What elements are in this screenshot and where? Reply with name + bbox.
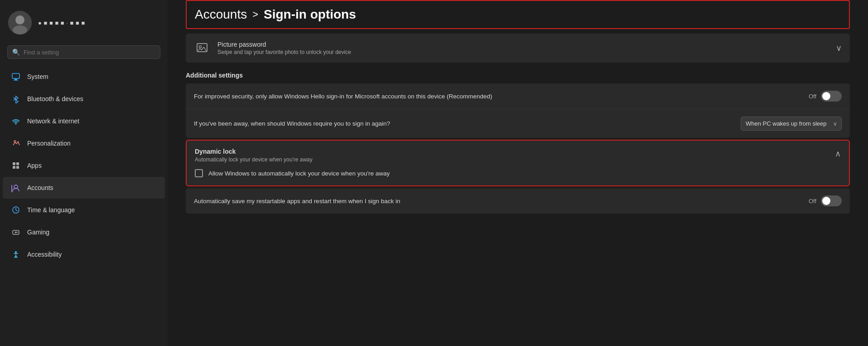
dynamic-lock-title: Dynamic lock: [195, 148, 313, 155]
user-profile: ● ■ ■ ■ ■ · ■ ■ ■: [0, 5, 168, 41]
auto-save-text: Automatically save my restartable apps a…: [194, 198, 400, 205]
sidebar-item-network[interactable]: Network & internet: [3, 110, 165, 132]
dynamic-lock-subtitle: Automatically lock your device when you'…: [195, 156, 313, 163]
svg-point-19: [199, 46, 202, 48]
dynamic-lock-header: Dynamic lock Automatically lock your dev…: [187, 141, 849, 165]
auto-save-row: Automatically save my restartable apps a…: [186, 188, 850, 214]
svg-point-6: [15, 123, 17, 125]
svg-rect-9: [16, 162, 19, 165]
apps-icon: [11, 161, 21, 171]
dynamic-lock-body: Allow Windows to automatically lock your…: [187, 165, 849, 185]
search-box[interactable]: 🔍: [7, 45, 160, 59]
svg-point-2: [13, 25, 27, 34]
svg-rect-3: [12, 73, 19, 78]
breadcrumb-parent[interactable]: Accounts: [195, 7, 247, 22]
time-icon: [11, 205, 21, 215]
auto-save-control: Off: [809, 195, 842, 206]
hello-toggle-text: For improved security, only allow Window…: [194, 93, 809, 100]
hello-toggle[interactable]: [821, 91, 842, 102]
breadcrumb: Accounts > Sign-in options: [186, 0, 850, 29]
system-icon: [11, 72, 21, 82]
away-dropdown-text: If you've been away, when should Windows…: [194, 120, 741, 127]
user-name-text: ● ■ ■ ■ ■ · ■ ■ ■: [38, 19, 85, 26]
svg-point-7: [14, 141, 16, 142]
sidebar-item-accessibility[interactable]: Accessibility: [3, 244, 165, 265]
main-content: Accounts > Sign-in options Picture passw…: [168, 0, 868, 346]
auto-save-label: Off: [809, 198, 816, 205]
sidebar-item-time[interactable]: Time & language: [3, 199, 165, 221]
search-icon: 🔍: [12, 49, 20, 56]
sidebar-item-label-accessibility: Accessibility: [27, 251, 62, 258]
svg-rect-10: [13, 166, 15, 169]
svg-rect-13: [11, 185, 12, 192]
sidebar: ● ■ ■ ■ ■ · ■ ■ ■ 🔍 System Bluetooth & d…: [0, 0, 168, 346]
network-icon: [11, 116, 21, 126]
breadcrumb-current: Sign-in options: [264, 7, 356, 22]
hello-toggle-knob: [822, 92, 830, 100]
auto-save-toggle[interactable]: [821, 195, 842, 206]
sidebar-item-label-apps: Apps: [27, 162, 42, 169]
gaming-icon: [11, 227, 21, 237]
dynamic-lock-checkbox[interactable]: [195, 169, 203, 177]
additional-settings-card: For improved security, only allow Window…: [186, 83, 850, 138]
picture-password-title: Picture password: [217, 41, 351, 48]
svg-rect-4: [14, 79, 17, 80]
sidebar-item-accounts[interactable]: Accounts: [3, 177, 165, 199]
auto-save-toggle-knob: [822, 197, 830, 205]
sidebar-item-apps[interactable]: Apps: [3, 155, 165, 176]
away-dropdown[interactable]: When PC wakes up from sleep Never 1 minu…: [741, 117, 842, 131]
sidebar-item-label-bluetooth: Bluetooth & devices: [27, 95, 83, 102]
hello-toggle-control: Off: [809, 91, 842, 102]
sidebar-item-label-network: Network & internet: [27, 117, 79, 125]
hello-toggle-row: For improved security, only allow Window…: [186, 83, 850, 109]
hello-toggle-label: Off: [809, 93, 816, 100]
svg-point-17: [15, 251, 17, 253]
dynamic-lock-checkbox-label: Allow Windows to automatically lock your…: [208, 170, 390, 177]
picture-password-text: Picture password Swipe and tap your favo…: [217, 41, 351, 55]
sidebar-item-bluetooth[interactable]: Bluetooth & devices: [3, 88, 165, 110]
dynamic-lock-chevron[interactable]: ∧: [835, 149, 841, 159]
search-input[interactable]: [24, 49, 155, 56]
sidebar-item-label-gaming: Gaming: [27, 229, 49, 236]
sidebar-item-label-system: System: [27, 73, 48, 80]
bluetooth-icon: [11, 94, 21, 104]
picture-password-icon: [194, 40, 210, 56]
avatar: [8, 11, 32, 34]
picture-password-subtitle: Swipe and tap your favorite photo to unl…: [217, 49, 351, 55]
picture-password-chevron: ∨: [836, 43, 842, 53]
sidebar-item-system[interactable]: System: [3, 66, 165, 88]
picture-password-row[interactable]: Picture password Swipe and tap your favo…: [186, 34, 850, 63]
search-container: 🔍: [0, 41, 168, 65]
away-dropdown-wrap[interactable]: When PC wakes up from sleep Never 1 minu…: [741, 117, 842, 131]
dynamic-lock-header-text: Dynamic lock Automatically lock your dev…: [195, 148, 313, 163]
personalization-icon: [11, 138, 21, 148]
svg-rect-11: [16, 166, 19, 169]
svg-rect-5: [14, 80, 18, 81]
sidebar-item-label-accounts: Accounts: [27, 184, 53, 191]
accounts-icon: [11, 183, 21, 193]
sidebar-item-label-personalization: Personalization: [27, 140, 71, 147]
sidebar-item-label-time: Time & language: [27, 206, 75, 214]
svg-point-1: [15, 15, 24, 24]
additional-settings-title: Additional settings: [186, 72, 850, 79]
breadcrumb-separator: >: [252, 9, 258, 20]
accessibility-icon: [11, 249, 21, 259]
away-dropdown-row: If you've been away, when should Windows…: [186, 109, 850, 138]
sidebar-item-personalization[interactable]: Personalization: [3, 132, 165, 154]
sidebar-item-gaming[interactable]: Gaming: [3, 221, 165, 243]
svg-point-16: [17, 232, 18, 233]
dynamic-lock-card: Dynamic lock Automatically lock your dev…: [186, 140, 850, 186]
svg-rect-8: [13, 162, 15, 165]
nav-list: System Bluetooth & devices Network & int…: [0, 65, 168, 346]
